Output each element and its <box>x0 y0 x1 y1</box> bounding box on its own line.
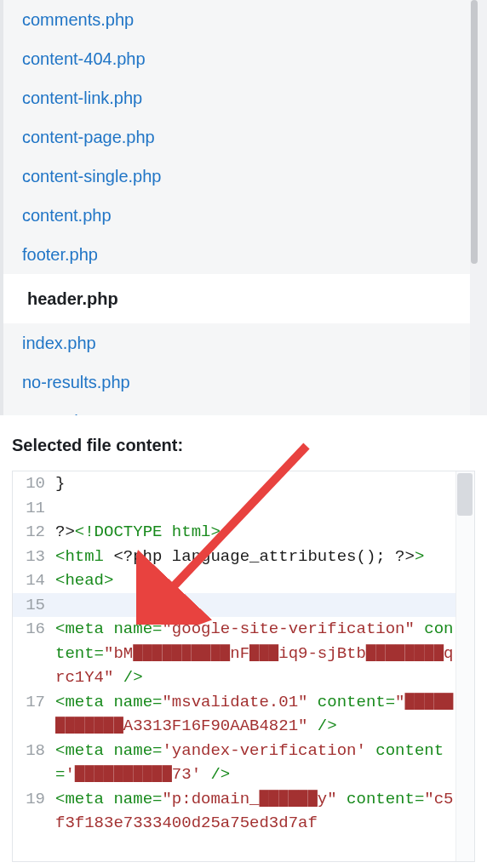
file-item[interactable]: no-results.php <box>3 363 478 402</box>
code-text: } <box>52 471 474 496</box>
file-item-selected[interactable]: header.php <box>0 274 478 323</box>
line-number: 17 <box>13 690 52 739</box>
file-item[interactable]: content-link.php <box>3 78 478 117</box>
file-item[interactable]: footer.php <box>3 235 478 274</box>
code-line: 16 <meta name="google-site-verification"… <box>13 617 474 690</box>
code-line: 18 <meta name='yandex-verification' cont… <box>13 739 474 787</box>
code-line: 17 <meta name="msvalidate.01" content="█… <box>13 690 474 739</box>
code-text: <head> <box>52 568 474 593</box>
file-item[interactable]: index.php <box>3 323 478 363</box>
line-number: 10 <box>13 471 52 496</box>
code-text: ?><!DOCTYPE html> <box>52 520 474 545</box>
file-item[interactable]: content-single.php <box>3 157 478 196</box>
file-item[interactable]: content.php <box>3 196 478 235</box>
line-number: 16 <box>13 617 52 690</box>
code-line: 11 <box>13 496 474 521</box>
line-number: 13 <box>13 545 52 569</box>
code-text: <meta name="google-site-verification" co… <box>52 617 474 690</box>
scrollbar-track <box>470 0 478 415</box>
scrollbar-thumb[interactable] <box>471 0 478 264</box>
code-text: <html <?php language_attributes(); ?>> <box>52 545 474 569</box>
file-item[interactable]: content-page.php <box>3 117 478 157</box>
code-text: <meta name="p:domain_██████y" content="c… <box>52 787 474 836</box>
file-item[interactable]: content-404.php <box>3 39 478 78</box>
line-number: 12 <box>13 520 52 545</box>
line-number: 18 <box>13 739 52 787</box>
line-number: 14 <box>13 568 52 593</box>
line-number: 11 <box>13 496 52 521</box>
code-line-highlighted: 15 <box>13 593 474 618</box>
scrollbar-track <box>455 471 474 861</box>
line-number: 15 <box>13 593 52 618</box>
file-item[interactable]: page.php <box>3 402 478 415</box>
code-text <box>52 496 474 521</box>
file-list: comments.php content-404.php content-lin… <box>0 0 487 415</box>
line-number: 19 <box>13 787 52 836</box>
code-panel: 10 } 11 12 ?><!DOCTYPE html> 13 <html <?… <box>12 471 475 862</box>
scrollbar-thumb[interactable] <box>457 473 473 516</box>
code-line: 10 } <box>13 471 474 496</box>
code-text: <meta name="msvalidate.01" content="████… <box>52 690 474 739</box>
code-line: 12 ?><!DOCTYPE html> <box>13 520 474 545</box>
code-line: 13 <html <?php language_attributes(); ?>… <box>13 545 474 569</box>
code-text <box>52 593 474 618</box>
file-item[interactable]: comments.php <box>3 0 478 39</box>
code-line: 14 <head> <box>13 568 474 593</box>
code-text: <meta name='yandex-verification' content… <box>52 739 474 787</box>
section-heading: Selected file content: <box>0 415 487 455</box>
code-line: 19 <meta name="p:domain_██████y" content… <box>13 787 474 836</box>
